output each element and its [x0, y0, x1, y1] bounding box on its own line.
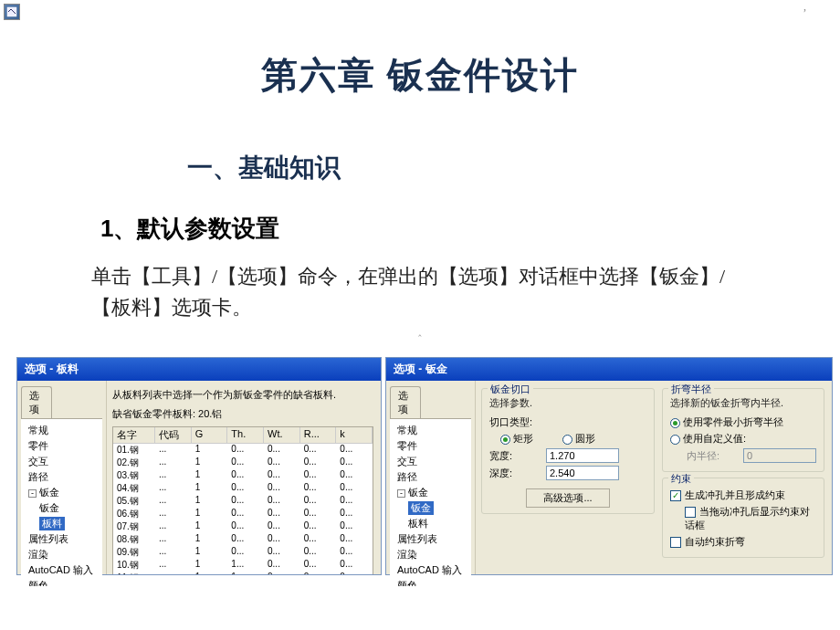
tree-item-sheetmetal[interactable]: -钣金	[395, 485, 469, 500]
table-row[interactable]: 05.钢...10...0...0...0...	[113, 495, 373, 508]
th-code[interactable]: 代码	[155, 427, 192, 443]
table-cell: 0...	[227, 495, 264, 508]
tree-item-attrlist[interactable]: 属性列表	[395, 531, 469, 547]
tree-item-path[interactable]: 路径	[26, 469, 100, 485]
th-g[interactable]: G	[192, 427, 228, 443]
table-row[interactable]: 08.钢...10...0...0...0...	[113, 533, 373, 546]
table-cell: 07.钢	[113, 520, 155, 533]
table-row[interactable]: 10.钢...11...0...0...0...	[113, 559, 373, 572]
section-heading-2: 1、默认参数设置	[100, 213, 840, 245]
table-row[interactable]: 07.钢...10...0...0...0...	[113, 520, 373, 533]
material-table[interactable]: 名字 代码 G Th. Wt. R... k 01.钢...10...0...0…	[112, 426, 373, 574]
radio-minbend[interactable]: 使用零件最小折弯半径	[670, 415, 783, 429]
tree-item-general[interactable]: 常规	[395, 423, 469, 438]
tree-item-interact[interactable]: 交互	[395, 454, 469, 469]
table-row[interactable]: 11.钢...11...0...0...0...	[113, 572, 373, 574]
group-bend: 折弯半径 选择新的钣金折弯内半径. 使用零件最小折弯半径 使用自定义值: 内半径…	[662, 388, 824, 472]
table-cell: 0...	[264, 457, 300, 469]
table-cell: 0...	[336, 469, 373, 482]
table-cell: 0...	[336, 520, 373, 533]
table-cell: ...	[155, 508, 192, 520]
table-cell: 10.钢	[113, 559, 155, 572]
tree-item-autocad[interactable]: AutoCAD 输入	[395, 562, 469, 578]
tree-item-sheetmetal[interactable]: -钣金	[26, 485, 100, 500]
table-cell: ...	[155, 559, 192, 572]
table-cell: 1	[192, 482, 228, 495]
table-row[interactable]: 04.钢...10...0...0...0...	[113, 482, 373, 495]
tree-item-general[interactable]: 常规	[26, 423, 100, 438]
table-cell: 1	[192, 572, 228, 574]
radio-dot-icon	[670, 435, 680, 445]
table-cell: 04.钢	[113, 482, 155, 495]
table-row[interactable]: 01.钢...10...0...0...0...	[113, 444, 373, 457]
dialog-titlebar[interactable]: 选项 - 钣金	[386, 358, 832, 381]
table-cell: 1	[192, 444, 228, 457]
table-cell: 0...	[336, 495, 373, 508]
th-wt[interactable]: Wt.	[264, 427, 300, 443]
section-heading-1: 一、基础知识	[187, 151, 840, 185]
checkbox-icon	[685, 507, 696, 518]
checkbox-drag[interactable]: 当拖动冲孔后显示约束对话框	[685, 505, 816, 532]
th-k[interactable]: k	[336, 427, 373, 443]
radio-circ[interactable]: 圆形	[562, 432, 595, 446]
tree-item-interact[interactable]: 交互	[26, 454, 100, 469]
input-depth[interactable]	[546, 466, 619, 480]
checkbox-auto[interactable]: 自动约束折弯	[670, 535, 745, 549]
table-cell: 1	[192, 559, 228, 572]
label-cuttype: 切口类型:	[489, 415, 532, 429]
tab-options[interactable]: 选项	[21, 386, 52, 418]
table-cell: ...	[155, 457, 192, 469]
radio-rect[interactable]: 矩形	[500, 432, 533, 446]
table-cell: 08.钢	[113, 533, 155, 546]
th-th[interactable]: Th.	[227, 427, 264, 443]
table-cell: 0...	[336, 546, 373, 559]
tree-item-sheetmetal-sub[interactable]: 钣金	[395, 500, 469, 516]
tree-item-material[interactable]: 板料	[395, 516, 469, 531]
table-cell: 1	[192, 457, 228, 469]
tree-item-render[interactable]: 渲染	[26, 547, 100, 562]
table-cell: 0...	[300, 482, 337, 495]
tree-item-part[interactable]: 零件	[395, 438, 469, 454]
input-inner	[743, 448, 816, 463]
table-row[interactable]: 03.钢...10...0...0...0...	[113, 469, 373, 482]
table-cell: 0...	[300, 559, 337, 572]
tree-item-color[interactable]: 颜色	[395, 578, 469, 586]
options-tree[interactable]: 常规 零件 交互 路径 -钣金 钣金 板料 属性列表 渲染 AutoCAD 输入…	[390, 418, 471, 586]
tree-collapse-icon[interactable]: -	[28, 489, 37, 498]
table-cell: 06.钢	[113, 508, 155, 520]
tree-item-attrlist[interactable]: 属性列表	[26, 531, 100, 547]
table-cell: 0...	[227, 508, 264, 520]
table-cell: 0...	[300, 469, 337, 482]
table-cell: 0...	[300, 444, 337, 457]
table-row[interactable]: 09.钢...10...0...0...0...	[113, 546, 373, 559]
tree-item-sheetmetal-sub[interactable]: 钣金	[26, 500, 100, 516]
th-r[interactable]: R...	[300, 427, 337, 443]
tree-item-autocad[interactable]: AutoCAD 输入	[26, 562, 100, 578]
table-cell: 0...	[227, 533, 264, 546]
options-tree[interactable]: 常规 零件 交互 路径 -钣金 钣金 板料 属性列表 渲染 AutoCAD 输入…	[21, 418, 102, 586]
table-row[interactable]: 02.钢...10...0...0...0...	[113, 457, 373, 469]
group-bend-title: 折弯半径	[668, 383, 714, 396]
input-width[interactable]	[546, 448, 619, 463]
advanced-button[interactable]: 高级选项...	[526, 488, 609, 508]
table-row[interactable]: 06.钢...10...0...0...0...	[113, 508, 373, 520]
table-cell: 1	[192, 520, 228, 533]
label-depth: 深度:	[489, 467, 541, 480]
table-cell: 0...	[336, 482, 373, 495]
label-width: 宽度:	[489, 449, 541, 463]
checkbox-generate[interactable]: ✓生成冲孔并且形成约束	[670, 488, 785, 502]
tree-item-part[interactable]: 零件	[26, 438, 100, 454]
radio-custom[interactable]: 使用自定义值:	[670, 432, 746, 446]
tree-collapse-icon[interactable]: -	[397, 489, 405, 498]
default-material-label: 缺省钣金零件板料: 20.铝	[112, 407, 373, 421]
table-cell: 0...	[300, 546, 337, 559]
tab-options[interactable]: 选项	[390, 386, 421, 418]
table-cell: 0...	[264, 444, 300, 457]
dialog-titlebar[interactable]: 选项 - 板料	[17, 358, 381, 381]
th-name[interactable]: 名字	[113, 427, 155, 443]
tree-item-material[interactable]: 板料	[26, 516, 100, 531]
tree-item-path[interactable]: 路径	[395, 469, 469, 485]
tree-item-color[interactable]: 颜色	[26, 578, 100, 586]
tree-item-render[interactable]: 渲染	[395, 547, 469, 562]
caret-mark: ‸	[0, 325, 840, 337]
